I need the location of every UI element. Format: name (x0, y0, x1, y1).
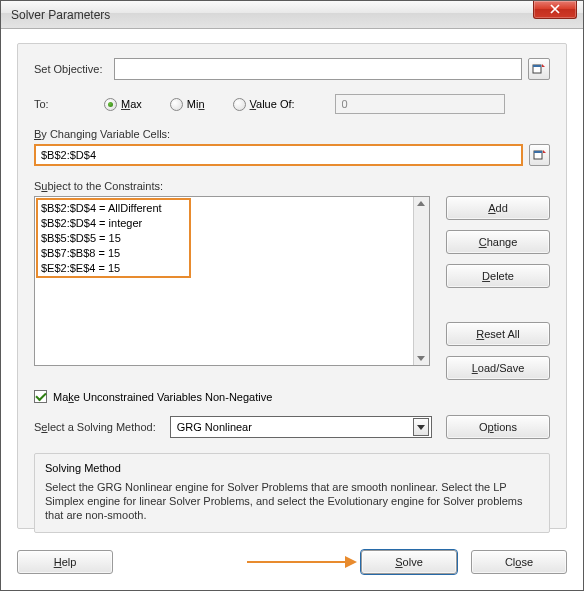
window-title: Solver Parameters (11, 8, 110, 22)
client-area: Set Objective: To: Max (1, 29, 583, 590)
solving-method-description: Solving Method Select the GRG Nonlinear … (34, 453, 550, 533)
list-item[interactable]: $B$7:$B$8 = 15 (41, 246, 423, 261)
method-row: Select a Solving Method: GRG Nonlinear O… (34, 415, 550, 439)
radio-max-label: Max (121, 98, 142, 110)
list-item[interactable]: $B$2:$D$4 = integer (41, 216, 423, 231)
method-select[interactable]: GRG Nonlinear (170, 416, 432, 438)
reset-all-button[interactable]: Reset All (446, 322, 550, 346)
to-row: To: Max Min Value Of: (34, 94, 550, 114)
main-panel: Set Objective: To: Max (17, 43, 567, 529)
delete-button[interactable]: Delete (446, 264, 550, 288)
collapse-dialog-icon[interactable] (528, 58, 550, 80)
objective-label: Set Objective: (34, 63, 102, 75)
close-icon[interactable] (533, 1, 577, 19)
radio-icon (170, 98, 183, 111)
list-item[interactable]: $B$2:$D$4 = AllDifferent (41, 201, 423, 216)
objective-input[interactable] (114, 58, 522, 80)
bottom-buttons: Help Solve Close (17, 550, 567, 574)
chevron-down-icon[interactable] (413, 418, 429, 436)
method-value: GRG Nonlinear (177, 421, 252, 433)
objective-row: Set Objective: (34, 58, 550, 80)
constraint-buttons: Add Change Delete Reset All Load/Save (446, 196, 550, 380)
svg-rect-3 (534, 151, 542, 153)
arrow-annotation (247, 556, 357, 568)
change-button[interactable]: Change (446, 230, 550, 254)
radio-icon (233, 98, 246, 111)
changing-label: By Changing Variable Cells: (34, 128, 550, 140)
svg-rect-1 (533, 65, 541, 67)
help-button[interactable]: Help (17, 550, 113, 574)
scrollbar[interactable] (413, 197, 429, 365)
method-label: Select a Solving Method: (34, 421, 156, 433)
options-button[interactable]: Options (446, 415, 550, 439)
collapse-dialog-icon[interactable] (529, 144, 550, 166)
changing-row (34, 144, 550, 166)
checkbox-icon[interactable] (34, 390, 47, 403)
solve-button[interactable]: Solve (361, 550, 457, 574)
radio-min[interactable]: Min (170, 98, 205, 111)
changing-cells-input[interactable] (34, 144, 523, 166)
constraints-area: $B$2:$D$4 = AllDifferent $B$2:$D$4 = int… (34, 196, 550, 380)
desc-head: Solving Method (45, 462, 539, 474)
nonneg-row[interactable]: Make Unconstrained Variables Non-Negativ… (34, 390, 550, 403)
radio-max[interactable]: Max (104, 98, 142, 111)
nonneg-label: Make Unconstrained Variables Non-Negativ… (53, 391, 272, 403)
close-button[interactable]: Close (471, 550, 567, 574)
constraints-label: Subject to the Constraints: (34, 180, 550, 192)
radio-icon (104, 98, 117, 111)
title-bar[interactable]: Solver Parameters (1, 1, 583, 29)
constraints-listbox[interactable]: $B$2:$D$4 = AllDifferent $B$2:$D$4 = int… (34, 196, 430, 366)
load-save-button[interactable]: Load/Save (446, 356, 550, 380)
to-label: To: (34, 98, 76, 110)
add-button[interactable]: Add (446, 196, 550, 220)
radio-value-of[interactable]: Value Of: (233, 98, 295, 111)
radio-min-label: Min (187, 98, 205, 110)
value-of-input (335, 94, 505, 114)
constraints-items: $B$2:$D$4 = AllDifferent $B$2:$D$4 = int… (41, 201, 423, 276)
list-item[interactable]: $B$5:$D$5 = 15 (41, 231, 423, 246)
solver-dialog: Solver Parameters Set Objective: (0, 0, 584, 591)
desc-body: Select the GRG Nonlinear engine for Solv… (45, 480, 539, 522)
list-item[interactable]: $E$2:$E$4 = 15 (41, 261, 423, 276)
radio-valueof-label: Value Of: (250, 98, 295, 110)
